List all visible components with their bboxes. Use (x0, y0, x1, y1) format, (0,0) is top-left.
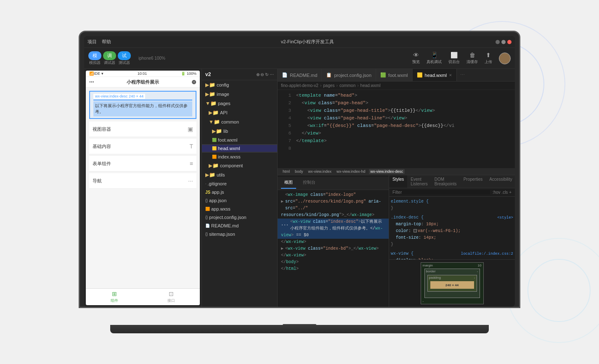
tree-common[interactable]: ▼📁 common (202, 117, 277, 127)
styles-panel: Styles Event Listeners DOM Breakpoints P… (389, 175, 515, 307)
sim-nav-nav[interactable]: 导航 ··· (89, 173, 196, 189)
tree-readme[interactable]: 📄 README.md (202, 222, 277, 230)
tree-foot-wxml[interactable]: 🟩 foot.wxml (202, 136, 277, 144)
tab-console[interactable]: 控制台 (300, 178, 319, 189)
tree-project-config[interactable]: {} project.config.json (202, 213, 277, 222)
tree-image[interactable]: ▶📁 image (202, 90, 277, 99)
line-content-2: <view class="page-head"> (296, 99, 368, 107)
tab-overview[interactable]: 概图 (281, 178, 296, 189)
config-folder-icon: ▶📁 (205, 82, 215, 88)
styles-tab-props[interactable]: Properties (460, 175, 486, 188)
tree-api[interactable]: ▶📁 API (202, 108, 277, 117)
html-line-4: view> == $0 (278, 232, 389, 239)
index-desc-rule: .index-desc { <style> margin-top: 10px; (391, 214, 513, 248)
user-avatar[interactable] (499, 53, 511, 64)
action-upload[interactable]: ⬆ 上传 (485, 52, 492, 65)
code-content[interactable]: 1 <template name="head"> 2 <view class="… (278, 90, 515, 168)
tab-project-config[interactable]: 📋 project.config.json (322, 69, 376, 82)
simulator-panel: 📶IDE ▾ 10:01 🔋 100% ··· 小程序组件展示 ⊕ (84, 69, 202, 307)
readme-icon: 📄 (205, 224, 210, 228)
title-bar: 项目 帮助 v2-FinClip小程序开发工具 (84, 36, 515, 48)
elem-wx-view-desc[interactable]: wx-view.index-desc (369, 169, 405, 174)
html-line-3: ··· <wx-view class="index-desc">以下将展示小程序… (278, 219, 389, 232)
tree-config[interactable]: ▶📁 config (202, 80, 277, 90)
tree-lib[interactable]: ▶📁 lib (202, 127, 277, 136)
index-desc-source[interactable]: <style> (497, 214, 513, 221)
file-tree-actions[interactable]: ⊕ ⊖ ↻ ⋯ (256, 72, 274, 77)
tab-project-icon: 📋 (326, 72, 332, 78)
maximize-btn[interactable] (501, 40, 506, 44)
action-device-debug[interactable]: 📱 真机调试 (427, 52, 442, 65)
image-label: image (217, 92, 229, 97)
elem-wx-view-index[interactable]: wx-view.index (307, 169, 334, 174)
styles-tab-styles[interactable]: Styles (389, 175, 407, 188)
breadcrumb-sep1: › (320, 83, 321, 88)
wx-view-source[interactable]: localfile:/.index.css:2 (461, 251, 513, 257)
styles-tabs: Styles Event Listeners DOM Breakpoints P… (389, 175, 515, 188)
code-line-1: 1 <template name="head"> (278, 92, 515, 99)
sitemap-label: sitemap.json (209, 232, 235, 237)
tree-app-wxss[interactable]: 🟧 app.wxss (202, 205, 277, 213)
sim-status-bar: 📶IDE ▾ 10:01 🔋 100% (86, 71, 200, 77)
tree-app-js[interactable]: JS app.js (202, 188, 277, 196)
tree-utils[interactable]: ▶📁 utils (202, 170, 277, 179)
padding-label: padding (429, 276, 441, 280)
sim-bottom-components[interactable]: ⊞ 组件 (86, 290, 143, 303)
tab-head-wxml[interactable]: 🟨 head.wxml ✕ (413, 69, 457, 82)
sim-app-title: 小程序组件展示 (127, 79, 159, 85)
sim-content: wx-view.index-desc 240 × 44 以下将展示小程序官方组件… (86, 87, 200, 288)
margin-top-prop: margin-top (396, 222, 421, 227)
sim-desc-text: 以下将展示小程序官方组件能力，组件样式仅供参考。 (93, 101, 192, 116)
window-controls (496, 40, 512, 44)
tree-index-wxss[interactable]: 🟧 index.wxss (202, 153, 277, 161)
sim-nav-basic[interactable]: 基础内容 T (89, 139, 196, 154)
mode-debugger-btn[interactable]: 调 (103, 51, 116, 60)
tab-head-icon: 🟨 (417, 72, 423, 78)
tree-gitignore[interactable]: · .gitignore (202, 179, 277, 188)
styles-filter-input[interactable] (392, 190, 490, 195)
action-preview[interactable]: 👁 预览 (412, 52, 420, 65)
html-line-content-6: <wx-view class="index-bd">_</wx-view> (285, 245, 379, 252)
index-desc-close: } (391, 241, 513, 248)
mode-simulator-btn[interactable]: 模 (88, 51, 101, 60)
action-device-label: 真机调试 (427, 59, 442, 65)
sim-nav-containers[interactable]: 视图容器 ▣ (89, 121, 196, 137)
content-size: 240 × 44 (445, 283, 459, 287)
sim-bottom-api[interactable]: ⊡ 接口 (143, 290, 200, 303)
line-num-1: 1 (281, 92, 291, 99)
menu-help[interactable]: 帮助 (102, 39, 111, 45)
tab-more-btn[interactable]: ⋯ (457, 72, 468, 78)
styles-tab-dom[interactable]: DOM Breakpoints (431, 175, 460, 188)
tree-sitemap[interactable]: {} sitemap.json (202, 230, 277, 238)
content-box: 240 × 44 (430, 281, 474, 289)
readme-label: README.md (211, 223, 239, 228)
code-line-6: 6 </view> (278, 129, 515, 137)
styles-tab-access[interactable]: Accessibility (486, 175, 515, 188)
action-background[interactable]: ⬜ 切后台 (448, 52, 460, 65)
mode-test-btn[interactable]: 试 (118, 51, 131, 60)
sim-nav-forms[interactable]: 表单组件 ≡ (89, 156, 196, 171)
expand-icon-1: ▶ (281, 198, 284, 205)
elem-body[interactable]: body (293, 169, 305, 174)
tree-app-json[interactable]: {} app.json (202, 196, 277, 205)
font-size-val: 14px; (424, 235, 436, 240)
tree-pages[interactable]: ▼📁 pages (202, 99, 277, 108)
html-line-5: </wx-view> (278, 239, 389, 245)
line-num-3: 3 (281, 107, 291, 114)
tab-readme[interactable]: 📄 README.md (278, 69, 322, 82)
action-clear-cache[interactable]: 🗑 清缓存 (466, 52, 478, 65)
styles-tab-events[interactable]: Event Listeners (407, 175, 431, 188)
elem-wx-view-hd[interactable]: wx-view.index-hd (335, 169, 367, 174)
tab-close-btn[interactable]: ✕ (449, 73, 452, 77)
elem-html[interactable]: html (281, 169, 292, 174)
margin-val: 10 (478, 264, 482, 267)
tree-component[interactable]: ▶📁 component (202, 161, 277, 170)
menu-project[interactable]: 项目 (87, 39, 97, 45)
close-btn[interactable] (507, 40, 512, 44)
tree-head-wxml[interactable]: 🟨 head.wxml (202, 144, 277, 153)
minimize-btn[interactable] (496, 40, 500, 44)
wx-view-selector: wx-view { (391, 251, 413, 256)
file-tree-root: v2 (205, 71, 211, 77)
tab-foot-wxml[interactable]: 🟩 foot.wxml (376, 69, 412, 82)
head-wxml-icon: 🟨 (212, 146, 217, 150)
